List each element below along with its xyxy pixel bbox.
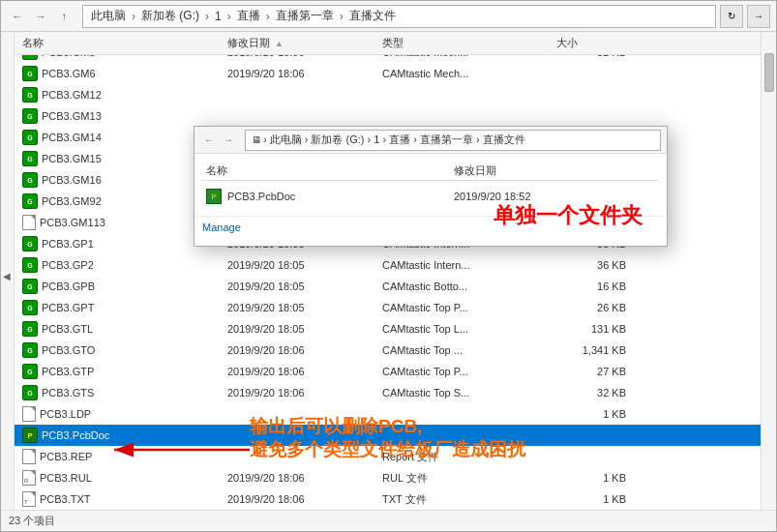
file-type: CAMtastic Top S... [382,387,556,399]
sep4: › [266,10,270,23]
col-type-header[interactable]: 类型 [382,36,556,50]
file-name-cell: PCB3.LDP [15,406,227,422]
dialog-col-date[interactable]: 修改日期 [454,163,609,178]
file-date: 2019/9/20 18:06 [227,344,382,356]
file-icon: G [22,385,38,400]
col-name-header[interactable]: 名称 [15,36,227,50]
col-size-header[interactable]: 大小 [556,36,634,50]
file-name: PCB3.LDP [40,408,91,420]
file-name-cell: R PCB3.RUL [15,470,227,486]
file-type: Report 文件 [382,450,556,464]
file-size: 1 KB [556,472,634,484]
file-date: 2019/9/20 18:05 [227,302,382,313]
file-name-cell: G PCB3.GTP [15,364,227,379]
file-name: PCB3.PcbDoc [42,429,109,441]
file-type: CAMtastic Top ... [382,344,556,356]
scrollbar[interactable] [761,32,776,510]
file-list-container[interactable]: 名称 修改日期 ▲ 类型 大小 G PCB3.GM4 2019/9/20 18:… [15,32,761,510]
dialog-file-icon: P [206,189,222,204]
table-row[interactable]: T PCB3.TXT 2019/9/20 18:06 TXT 文件 1 KB [15,488,761,510]
file-icon: G [22,87,38,103]
path-part-1: 此电脑 [91,8,126,24]
file-name: PCB3.GM14 [42,132,102,143]
file-name-cell: G PCB3.GPT [15,300,227,315]
scrollbar-thumb[interactable] [764,53,774,92]
file-date: 2019/9/20 18:06 [227,366,382,377]
address-bar: ← → ↑ 此电脑 › 新加卷 (G:) › 1 › 直播 › 直播第一章 › … [1,1,776,32]
file-icon: T [22,491,36,507]
file-name: PCB3.GM6 [42,68,96,79]
table-row[interactable]: G PCB3.GM12 [15,84,761,105]
file-name-cell: G PCB3.GM6 [15,66,227,81]
file-name-cell: G PCB3.GTO [15,342,227,358]
table-row[interactable]: G PCB3.GPT 2019/9/20 18:05 CAMtastic Top… [15,297,761,318]
sort-icon: ▲ [275,39,284,48]
file-list-header: 名称 修改日期 ▲ 类型 大小 [15,32,761,55]
path-part-3: 1 [215,10,222,23]
sep3: › [227,10,231,23]
file-size: 32 KB [556,387,634,399]
file-name-cell: T PCB3.TXT [15,491,227,507]
sep2: › [205,10,209,23]
manage-button[interactable]: Manage [202,222,241,233]
file-icon: G [22,130,38,145]
file-name: PCB3.GM16 [42,174,102,186]
path-part-5: 直播第一章 [276,8,334,24]
table-row[interactable]: G PCB3.GPB 2019/9/20 18:05 CAMtastic Bot… [15,276,761,297]
file-icon: P [22,428,38,443]
table-row[interactable]: G PCB3.GTL 2019/9/20 18:05 CAMtastic Top… [15,318,761,340]
file-name: PCB3.GPB [42,281,95,292]
table-row[interactable]: G PCB3.GTO 2019/9/20 18:06 CAMtastic Top… [15,340,761,361]
file-type: CAMtastic Top L... [382,323,556,335]
content-area: ◀ 名称 修改日期 ▲ 类型 大小 G PCB3.GM4 2019/ [1,32,776,510]
forward-button[interactable]: → [30,6,51,27]
table-row[interactable]: P PCB3.PcbDoc [15,425,761,446]
up-button[interactable]: ↑ [53,6,75,27]
file-name: PCB3.GM113 [40,217,105,228]
file-icon: G [22,151,38,166]
dialog-col-name[interactable]: 名称 [202,163,454,178]
file-name: PCB3.GM12 [42,89,102,101]
table-row[interactable]: G PCB3.GTS 2019/9/20 18:06 CAMtastic Top… [15,382,761,403]
file-size: 131 KB [556,323,634,335]
expand-button[interactable]: → [747,5,770,28]
file-icon: G [22,257,38,273]
file-icon [22,406,36,422]
table-row[interactable]: G PCB3.GTP 2019/9/20 18:06 CAMtastic Top… [15,361,761,382]
path-part-6: 直播文件 [349,8,396,24]
file-name: PCB3.GPT [42,302,94,313]
table-row[interactable]: PCB3.REP Report 文件 [15,446,761,467]
item-count: 23 个项目 [9,514,55,528]
refresh-button[interactable]: ↻ [720,5,743,28]
table-row[interactable]: G PCB3.GP2 2019/9/20 18:05 CAMtastic Int… [15,254,761,276]
sidebar: ◀ [1,32,15,510]
file-name: PCB3.GM15 [42,153,102,164]
file-icon: G [22,172,38,188]
table-row[interactable]: G PCB3.GM6 2019/9/20 18:06 CAMtastic Mec… [15,63,761,84]
file-icon: R [22,470,36,486]
dialog-file-list-header: 名称 修改日期 [202,162,659,181]
file-date: 2019/9/20 18:05 [227,281,382,292]
back-button[interactable]: ← [7,6,28,27]
dialog-address-path[interactable]: 🖥 › 此电脑 › 新加卷 (G:) › 1 › 直播 › 直播第一章 › 直播… [245,130,661,151]
dialog-file-row[interactable]: P PCB3.PcbDoc 2019/9/20 18:52 [202,185,659,208]
dialog-back-button[interactable]: ← [200,132,218,149]
status-bar: 23 个项目 [1,510,776,531]
file-name-cell: G PCB3.GM12 [15,87,227,103]
sep5: › [340,10,344,23]
file-name: PCB3.GTO [42,344,95,356]
file-type: RUL 文件 [382,471,556,486]
dialog-forward-button[interactable]: → [220,132,237,149]
file-icon: G [22,300,38,315]
table-row[interactable]: PCB3.LDP 1 KB [15,403,761,425]
file-icon: G [22,342,38,358]
file-name-cell: G PCB3.GM13 [15,108,227,124]
address-path[interactable]: 此电脑 › 新加卷 (G:) › 1 › 直播 › 直播第一章 › 直播文件 [82,5,716,28]
file-size: 26 KB [556,302,634,313]
explorer-window: ← → ↑ 此电脑 › 新加卷 (G:) › 1 › 直播 › 直播第一章 › … [0,0,777,532]
sidebar-collapse-icon[interactable]: ◀ [3,271,11,281]
dialog-footer: Manage [194,216,667,238]
table-row[interactable]: R PCB3.RUL 2019/9/20 18:06 RUL 文件 1 KB [15,467,761,488]
col-date-header[interactable]: 修改日期 ▲ [227,36,382,50]
table-row[interactable]: G PCB3.GM13 [15,105,761,127]
